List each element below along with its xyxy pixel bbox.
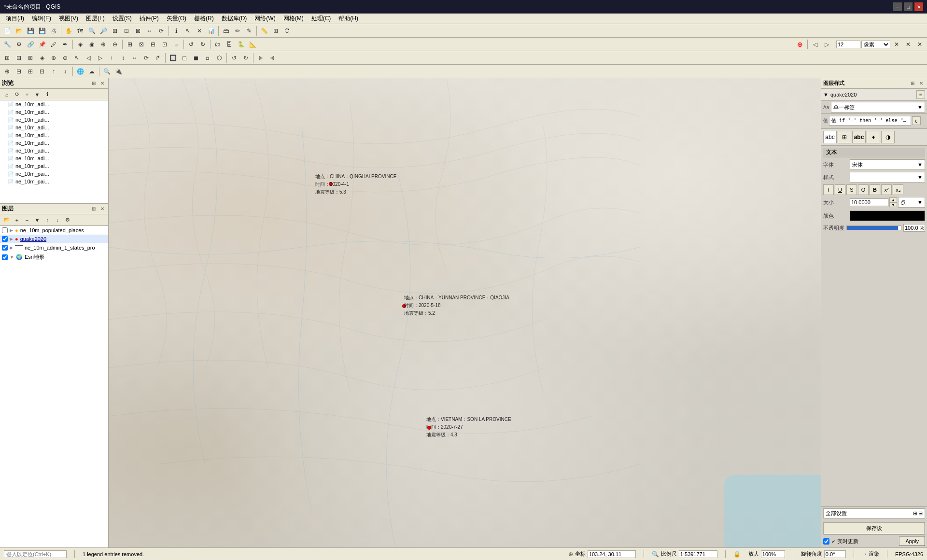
layer-item-2[interactable]: ▶ ne_10m_admin_1_states_pro bbox=[0, 243, 108, 252]
tab-buffer[interactable]: abc bbox=[852, 131, 866, 143]
menu-raster[interactable]: 栅格(R) bbox=[190, 14, 218, 24]
menu-mesh[interactable]: 网格(M) bbox=[280, 14, 308, 24]
layer-checkbox-1[interactable] bbox=[2, 236, 8, 242]
refresh-button[interactable]: ⟳ bbox=[156, 26, 167, 36]
search-btn[interactable]: 🔍 bbox=[101, 66, 112, 77]
layer-checkbox-3[interactable] bbox=[2, 254, 8, 260]
rotation-input[interactable] bbox=[824, 550, 846, 558]
pan-south-btn[interactable]: ↓ bbox=[60, 66, 70, 77]
tb3-btn7[interactable]: ↖ bbox=[71, 53, 82, 63]
browser-item-2[interactable]: 📄 ne_10m_adi... bbox=[0, 116, 108, 124]
tb2-btn4[interactable]: 📌 bbox=[37, 39, 47, 50]
size-value-input[interactable] bbox=[850, 198, 888, 206]
menu-vector[interactable]: 矢量(O) bbox=[163, 14, 190, 24]
tb2-btn1[interactable]: 🔧 bbox=[2, 39, 13, 50]
zoom-in-button[interactable]: 🔍 bbox=[86, 26, 97, 36]
tb3-btn3[interactable]: ⊠ bbox=[25, 53, 36, 63]
tb2-btn18[interactable]: 🗂 bbox=[212, 39, 223, 50]
tb3-btn17[interactable]: ◼ bbox=[191, 53, 201, 63]
browser-item-7[interactable]: 📄 ne_10m_adi... bbox=[0, 154, 108, 162]
tb3-btn18[interactable]: ⧈ bbox=[202, 53, 213, 63]
font-dropdown[interactable]: 宋体 ▼ bbox=[850, 159, 925, 170]
expr-edit-btn[interactable]: ε bbox=[912, 116, 921, 125]
tb2-btn16[interactable]: ↺ bbox=[186, 39, 197, 50]
tb3-btn2[interactable]: ⊟ bbox=[14, 53, 24, 63]
layer-up-btn[interactable]: ↑ bbox=[42, 215, 52, 225]
pan-map-button[interactable]: 🗺 bbox=[75, 26, 85, 36]
browser-filter-btn[interactable]: ▼ bbox=[32, 90, 42, 99]
temporal-button[interactable]: ⏱ bbox=[282, 26, 293, 36]
browser-item-5[interactable]: 📄 ne_10m_adi... bbox=[0, 139, 108, 147]
browser-panel-float[interactable]: ⊞ bbox=[90, 80, 98, 87]
fmt-underline[interactable]: U bbox=[835, 184, 845, 195]
tb3-btn9[interactable]: ▷ bbox=[95, 53, 105, 63]
style-panel-float[interactable]: ⊞ bbox=[909, 80, 916, 87]
tb3-btn4[interactable]: ◈ bbox=[37, 53, 47, 63]
browser-item-0[interactable]: 📄 ne_10m_adi... bbox=[0, 100, 108, 108]
scale-value-input[interactable] bbox=[679, 550, 717, 558]
x-btn3[interactable]: ✕ bbox=[914, 39, 925, 50]
layer-down-btn[interactable]: ↓ bbox=[53, 215, 62, 225]
x-btn1[interactable]: ✕ bbox=[891, 39, 902, 50]
fmt-bold[interactable]: B bbox=[870, 184, 880, 195]
tb3-btn5[interactable]: ⊕ bbox=[48, 53, 59, 63]
measure-button[interactable]: 📏 bbox=[259, 26, 269, 36]
add-layer-btn[interactable]: + bbox=[12, 215, 22, 225]
tb2-btn19[interactable]: 🗄 bbox=[224, 39, 235, 50]
open-table-button[interactable]: 🗃 bbox=[221, 26, 231, 36]
size-unit-dropdown[interactable]: 点 ▼ bbox=[898, 197, 925, 208]
style-panel-menu[interactable]: ≡ bbox=[916, 90, 925, 99]
fmt-overline[interactable]: Ō bbox=[858, 184, 869, 195]
browser-home-btn[interactable]: ⌂ bbox=[2, 90, 12, 99]
menu-view[interactable]: 视图(V) bbox=[55, 14, 82, 24]
tb2-btn8[interactable]: ◉ bbox=[86, 39, 97, 50]
browser-item-10[interactable]: 📄 ne_10m_pai... bbox=[0, 178, 108, 185]
tab-format[interactable]: ⊞ bbox=[838, 131, 851, 143]
bookmark-list-btn[interactable]: ⊟ bbox=[14, 66, 24, 77]
save-project-button[interactable]: 💾 bbox=[25, 26, 36, 36]
browser-item-3[interactable]: 📄 ne_10m_adi... bbox=[0, 124, 108, 131]
tb3-btn14[interactable]: ↱ bbox=[153, 53, 163, 63]
browser-item-4[interactable]: 📄 ne_10m_adi... bbox=[0, 131, 108, 139]
tb2-btn11[interactable]: ⊞ bbox=[125, 39, 135, 50]
tb3-btn16[interactable]: ◻ bbox=[179, 53, 190, 63]
browser-item-6[interactable]: 📄 ne_10m_adi... bbox=[0, 147, 108, 154]
tb2-btn10[interactable]: ⊖ bbox=[110, 39, 120, 50]
size-down-btn[interactable]: ▼ bbox=[889, 202, 897, 207]
open-layer-btn[interactable]: 📂 bbox=[2, 215, 12, 225]
tb2-btn7[interactable]: ◈ bbox=[75, 39, 85, 50]
nav-prev[interactable]: ◁ bbox=[810, 39, 820, 50]
browser-info-btn[interactable]: ℹ bbox=[42, 90, 52, 99]
filter-layer-btn[interactable]: ▼ bbox=[32, 215, 42, 225]
color-picker[interactable] bbox=[850, 210, 925, 221]
coord-value-input[interactable] bbox=[588, 550, 636, 558]
select-button[interactable]: ↖ bbox=[183, 26, 193, 36]
tb3-btn10[interactable]: ↑ bbox=[106, 53, 117, 63]
toggle-edit-button[interactable]: ✏ bbox=[232, 26, 243, 36]
apply-button[interactable]: Apply bbox=[899, 536, 925, 546]
browser-panel-close[interactable]: ✕ bbox=[98, 80, 106, 87]
browser-add-btn[interactable]: + bbox=[22, 90, 32, 99]
globe-btn[interactable]: 🌐 bbox=[75, 66, 85, 77]
layer-checkbox-0[interactable] bbox=[2, 227, 8, 233]
tb2-btn3[interactable]: 🔗 bbox=[25, 39, 36, 50]
tb3-btn8[interactable]: ◁ bbox=[83, 53, 94, 63]
realtime-checkbox[interactable] bbox=[823, 538, 829, 545]
browser-item-8[interactable]: 📄 ne_10m_pai... bbox=[0, 162, 108, 170]
tb3-btn19[interactable]: ⬡ bbox=[214, 53, 225, 63]
menu-layer[interactable]: 图层(L) bbox=[82, 14, 109, 24]
map-area[interactable]: 地点：CHINA：QINGHAI PROVINCE 时间：2020-4-1 地震… bbox=[109, 78, 821, 547]
tb3-btn20[interactable]: ↺ bbox=[229, 53, 239, 63]
tb3-btn1[interactable]: ⊞ bbox=[2, 53, 13, 63]
pan-north-btn[interactable]: ↑ bbox=[48, 66, 59, 77]
layer-item-0[interactable]: ▶ ● ne_10m_populated_places bbox=[0, 226, 108, 235]
tab-text[interactable]: abc bbox=[823, 131, 837, 143]
maximize-button[interactable]: □ bbox=[904, 2, 913, 11]
tb3-btn15[interactable]: 🔲 bbox=[168, 53, 178, 63]
tb2-btn21[interactable]: 📐 bbox=[247, 39, 258, 50]
menu-edit[interactable]: 编辑(E) bbox=[28, 14, 55, 24]
tb2-btn15[interactable]: ⬦ bbox=[171, 39, 182, 50]
font-size-input[interactable] bbox=[836, 41, 860, 48]
zoom-layer-button[interactable]: ⊠ bbox=[133, 26, 143, 36]
zoom-out-button[interactable]: 🔎 bbox=[98, 26, 109, 36]
